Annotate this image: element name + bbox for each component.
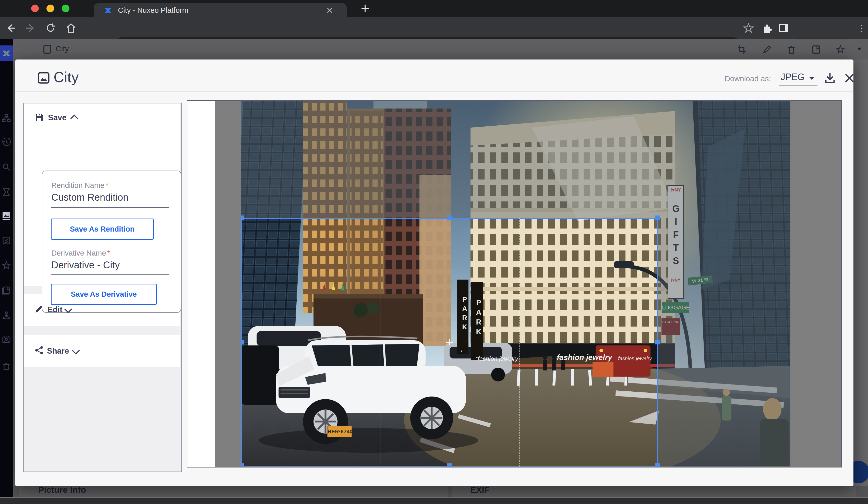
save-card: Rendition Name * Custom Rendition Save A…	[42, 171, 181, 313]
share-header-label[interactable]: Share	[47, 347, 69, 356]
download-format-select[interactable]: JPEG	[779, 72, 817, 86]
download-format-value: JPEG	[781, 72, 805, 82]
bookmark-star-icon[interactable]	[743, 23, 754, 33]
collections-book-icon[interactable]	[2, 286, 11, 295]
save-as-rendition-button[interactable]: Save As Rendition	[51, 218, 154, 240]
extensions-icon[interactable]	[762, 23, 772, 33]
save-floppy-icon	[35, 113, 44, 122]
chevron-down-icon	[809, 76, 815, 81]
crop-dim-top	[241, 101, 790, 218]
city-photo[interactable]: PARK ← PARK ↓ fashion jewelry fashion je…	[241, 101, 790, 466]
crop-handle-s[interactable]	[447, 463, 452, 466]
tab-close-icon[interactable]	[326, 7, 333, 13]
tasks-hourglass-icon[interactable]	[2, 188, 11, 196]
rendition-input-underline	[51, 207, 169, 208]
new-tab-icon[interactable]	[361, 3, 370, 13]
header-divider	[15, 91, 854, 92]
browser-toolbar: platform-nmm-pr-29-preview.platform.dev.…	[0, 17, 868, 39]
background-section-title: EXIF	[470, 486, 490, 495]
background-section-title: Picture Info	[38, 486, 86, 495]
side-panel-icon[interactable]	[779, 23, 789, 33]
more-actions-icon: •	[858, 43, 861, 54]
delete-icon	[787, 45, 796, 54]
close-icon[interactable]	[844, 73, 855, 83]
edit-pencil-icon	[35, 305, 43, 313]
image-viewer: PARK ← PARK ↓ fashion jewelry fashion je…	[187, 100, 842, 467]
image-icon	[38, 72, 50, 84]
tools-panel: Save Rendition Name * Custom Rendition S…	[23, 103, 182, 472]
crop-handle-se[interactable]	[655, 463, 660, 466]
download-as-label: Download as:	[724, 74, 771, 83]
save-as-derivative-button[interactable]: Save As Derivative	[51, 284, 157, 305]
personal-space-icon[interactable]	[2, 311, 11, 319]
background-page-header: City •	[13, 39, 868, 60]
crop-guide-horizontal	[241, 384, 658, 384]
breadcrumb: City	[56, 44, 69, 53]
download-icon[interactable]	[824, 72, 836, 84]
trash-icon[interactable]	[2, 362, 11, 371]
tab-title: City - Nuxeo Platform	[118, 3, 188, 17]
crop-guide-vertical	[519, 218, 519, 466]
collections-icon	[811, 45, 820, 54]
derivative-name-input[interactable]: Derivative - City	[51, 260, 120, 271]
favorites-star-icon[interactable]	[2, 261, 11, 270]
crop-guide-horizontal	[241, 301, 658, 301]
browser-menu-icon[interactable]: ⋮	[854, 17, 868, 39]
crop-handle-e[interactable]	[655, 340, 660, 344]
derivative-input-underline	[51, 275, 169, 275]
crop-guide-vertical	[380, 218, 380, 466]
browse-icon[interactable]	[2, 114, 11, 122]
edit-header-label[interactable]: Edit	[48, 305, 63, 314]
crop-handle-w[interactable]	[241, 340, 244, 344]
derivative-name-label: Derivative Name *	[51, 249, 110, 257]
crop-center-cross	[449, 339, 450, 346]
compare-icon	[737, 45, 746, 54]
reload-icon[interactable]	[45, 23, 56, 33]
recents-history-icon[interactable]	[2, 138, 11, 146]
crop-dim-right	[658, 218, 790, 466]
nuxeo-logo[interactable]	[0, 45, 13, 61]
document-icon	[43, 44, 52, 54]
mac-zoom-button[interactable]	[62, 4, 70, 12]
mac-close-button[interactable]	[31, 4, 39, 12]
crop-handle-ne[interactable]	[655, 216, 660, 220]
dialog-title: City	[54, 69, 79, 85]
edit-pen-icon	[762, 45, 772, 54]
app-sidebar	[0, 39, 13, 504]
rendition-name-label: Rendition Name *	[51, 181, 108, 190]
crop-handle-sw[interactable]	[241, 463, 244, 466]
user-profile-card-icon[interactable]	[2, 335, 11, 344]
browser-tab-strip: City - Nuxeo Platform	[0, 0, 868, 17]
assets-icon-active[interactable]	[2, 211, 11, 220]
mac-minimize-button[interactable]	[46, 4, 54, 12]
rendition-name-input[interactable]: Custom Rendition	[51, 192, 128, 203]
home-icon[interactable]	[65, 22, 76, 34]
checklist-icon[interactable]	[2, 236, 11, 245]
nuxeo-favicon	[104, 7, 112, 14]
save-header-label[interactable]: Save	[48, 113, 66, 122]
browser-tab[interactable]: City - Nuxeo Platform	[94, 3, 347, 17]
crop-handle-n[interactable]	[447, 216, 452, 220]
search-icon[interactable]	[2, 163, 11, 171]
back-icon[interactable]	[6, 23, 16, 33]
share-icon	[35, 346, 43, 354]
crop-handle-nw[interactable]	[241, 216, 244, 220]
screen: City - Nuxeo Platform platform-nmm-pr-29…	[0, 0, 868, 504]
background-lower-strip	[0, 497, 868, 504]
image-editor-dialog: City Download as: JPEG Save Rendition Na…	[15, 60, 854, 486]
forward-icon[interactable]	[25, 23, 36, 33]
favorite-icon	[836, 45, 845, 54]
